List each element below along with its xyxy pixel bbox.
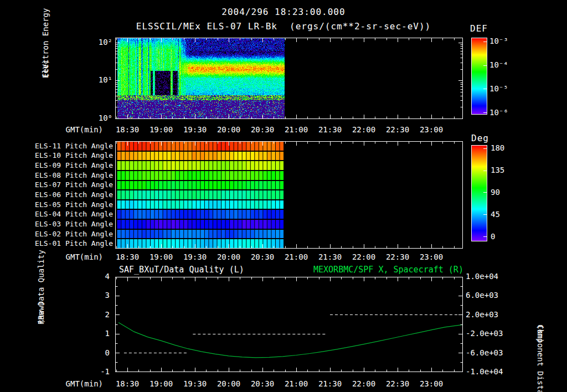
x-tick-label: 20:00: [210, 125, 247, 134]
x-tick-label: 19:00: [143, 125, 179, 134]
x-tick-label: 21:30: [312, 379, 348, 388]
pitch-row-label: ELS-03 Pitch Angle: [2, 220, 113, 228]
x-tick-label: 18:30: [109, 125, 146, 134]
quality-series-title: SAF_BXuT/Data Quality (L): [119, 265, 244, 275]
deg-colorbar-title: Deg: [471, 133, 489, 143]
cdaweb-plot-screen: 2004/296 18:23:00.000 ELSSCIL/MEx ELS-07…: [0, 0, 567, 392]
distance-tick-label: -6.0e+03: [466, 348, 503, 357]
pitch-row-label: ELS-04 Pitch Angle: [2, 210, 113, 218]
x-tick-label: 20:30: [244, 125, 281, 134]
def-cbar-tick-label: 10⁻⁵: [489, 84, 508, 93]
gmt-axis-label-2: GMT(min): [47, 252, 103, 261]
quality-tick-label: 4: [87, 272, 110, 281]
x-tick-label: 19:00: [143, 252, 179, 261]
x-tick-label: 20:00: [210, 252, 247, 261]
deg-cbar-tick-label: 0: [491, 232, 495, 241]
x-tick-label: 20:00: [210, 379, 247, 388]
pitch-row-label: ELS-01 Pitch Angle: [2, 239, 113, 247]
deg-colorbar-canvas: [471, 145, 487, 241]
pitch-row-label: ELS-08 Pitch Angle: [2, 171, 113, 179]
distance-tick-label: -2.0e+03: [466, 329, 503, 338]
def-cbar-tick-label: 10⁻⁶: [489, 108, 508, 117]
pitch-row-label: ELS-09 Pitch Angle: [2, 161, 113, 169]
pitch-row-label: ELS-07 Pitch Angle: [2, 180, 113, 189]
flux-units-label: (ergs/(cm**2-sr-sec-eV)): [290, 21, 431, 32]
x-tick-label: 20:30: [244, 252, 281, 261]
x-tick-label: 23:00: [413, 125, 450, 134]
gmt-axis-label-3: GMT(min): [47, 379, 103, 388]
distance-tick-label: -1.0e+04: [466, 367, 503, 376]
gmt-axis-label-1: GMT(min): [47, 125, 103, 134]
quality-tick-label: 2: [87, 310, 110, 319]
x-tick-label: 18:30: [109, 252, 146, 261]
pitch-row-label: ELS-02 Pitch Angle: [2, 230, 113, 238]
x-tick-label: 21:00: [278, 252, 315, 261]
spacecraft-series-title: MEXORBMC/SPF X, Spacecraft (R): [313, 265, 463, 275]
x-tick-label: 21:30: [312, 125, 348, 134]
deg-cbar-tick-label: 45: [491, 210, 500, 219]
x-tick-label: 22:00: [346, 252, 382, 261]
energy-tick-label: 10⁰: [79, 114, 112, 122]
electron-energy-spectrogram-canvas: [115, 38, 463, 119]
x-tick-label: 19:30: [177, 379, 213, 388]
x-tick-label: 18:30: [109, 379, 146, 388]
def-cbar-tick-label: 10⁻⁴: [489, 60, 508, 69]
quality-tick-label: 3: [87, 291, 110, 300]
pitch-angle-panel-canvas: [115, 141, 463, 249]
energy-axis-label-line2: (eV): [41, 59, 50, 78]
x-tick-label: 19:30: [177, 252, 213, 261]
plot-date-title: 2004/296 18:23:00.000: [0, 7, 567, 17]
x-tick-label: 22:30: [379, 379, 416, 388]
x-tick-label: 19:30: [177, 125, 213, 134]
def-cbar-tick-label: 10⁻³: [489, 37, 508, 45]
deg-cbar-tick-label: 180: [491, 143, 504, 152]
quality-tick-label: 1: [87, 329, 110, 338]
distance-tick-label: 1.0e+04: [466, 272, 498, 281]
quality-axis-label-line2: (Raw): [37, 301, 46, 324]
pitch-row-label: ELS-11 Pitch Angle: [2, 142, 113, 150]
x-tick-label: 20:30: [244, 379, 281, 388]
x-tick-label: 22:00: [346, 379, 382, 388]
quality-tick-label: -1: [87, 367, 110, 376]
distance-axis-label-line2: (km): [535, 324, 545, 343]
x-tick-label: 22:00: [346, 125, 382, 134]
x-tick-label: 21:30: [312, 252, 348, 261]
distance-tick-label: 6.0e+03: [466, 291, 498, 300]
x-tick-label: 21:00: [278, 379, 315, 388]
pitch-row-label: ELS-05 Pitch Angle: [2, 200, 113, 209]
x-tick-label: 19:00: [143, 379, 179, 388]
x-tick-label: 22:30: [379, 252, 416, 261]
def-colorbar-canvas: [471, 38, 487, 115]
distance-tick-label: 2.0e+03: [466, 310, 498, 319]
quality-tick-label: 0: [87, 348, 110, 357]
instrument-name: ELSSCIL/MEx ELS-07 LR-Bk: [136, 21, 277, 32]
x-tick-label: 22:30: [379, 125, 416, 134]
def-colorbar-title: DEF: [470, 23, 488, 34]
x-tick-label: 23:00: [413, 379, 450, 388]
x-tick-label: 23:00: [413, 252, 450, 261]
x-tick-label: 21:00: [278, 125, 315, 134]
pitch-row-label: ELS-10 Pitch Angle: [2, 151, 113, 159]
pitch-row-label: ELS-06 Pitch Angle: [2, 190, 113, 199]
energy-tick-label: 10¹: [79, 75, 112, 84]
deg-cbar-tick-label: 135: [491, 166, 504, 174]
data-quality-line-chart-canvas: [115, 277, 463, 372]
deg-cbar-tick-label: 90: [491, 188, 500, 197]
energy-tick-label: 10²: [79, 38, 112, 47]
